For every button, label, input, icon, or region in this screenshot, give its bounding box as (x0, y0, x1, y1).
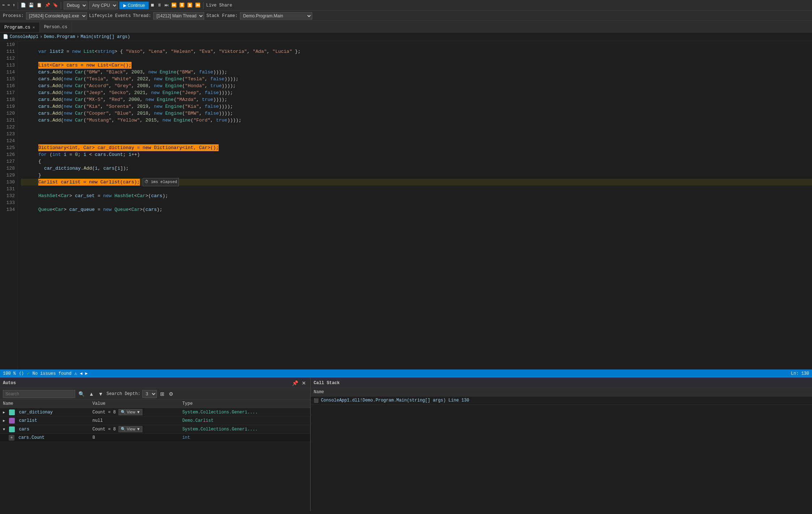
code-editor[interactable]: var list2 = new List<string> { "Vaso", "… (18, 41, 812, 369)
autos-panel: Autos 📌 ✕ 🔍 ▲ ▼ Search Depth: 3 ⊞ ⚙ Name (0, 378, 311, 511)
code-line-115: cars.Add(new Car("Tesla", "White", 2022,… (21, 76, 812, 82)
code-line-123 (21, 131, 812, 137)
toolbar-separator-1 (18, 2, 18, 9)
code-line-134: Queue<Car> car_queue = new Queue<Car>(ca… (21, 206, 812, 213)
insight-label: Live Share (206, 3, 232, 8)
autos-row-type: int (179, 434, 310, 442)
continue-button[interactable]: ▶ Continue (119, 1, 149, 9)
process-select[interactable]: [25824] ConsoleApp1.exe (26, 12, 87, 20)
autos-close-button[interactable]: ✕ (301, 380, 307, 386)
autos-table: Name Value Type ▶ car_dictionay (0, 400, 310, 511)
table-row: ◆ cars.Count 8 int (0, 434, 310, 442)
settings-icon[interactable]: ⚙ (168, 391, 175, 397)
autos-col-value: Value (90, 400, 180, 408)
code-line-112 (21, 55, 812, 62)
code-line-132: HashSet<Car> car_set = new HashSet<Car>(… (21, 192, 812, 199)
stack-entry-name: ConsoleApp1.dll!Demo.Program.Main(string… (321, 398, 469, 403)
tab-person-cs[interactable]: Person.cs (40, 22, 72, 32)
tab-program-cs-close[interactable]: ✕ (33, 25, 35, 30)
table-row: ▶ carlist null Demo.Carlist (0, 417, 310, 425)
process-bar: Process: [25824] ConsoleApp1.exe Lifecyc… (0, 11, 812, 21)
autos-pin-button[interactable]: 📌 (291, 380, 299, 386)
code-line-117: cars.Add(new Car("Jeep", "Gecko", 2021, … (21, 89, 812, 96)
var-value: Count = 8 (93, 427, 116, 432)
table-row: ⬛ ConsoleApp1.dll!Demo.Program.Main(stri… (311, 396, 812, 405)
expand-arrow[interactable]: ▶ (3, 411, 5, 415)
breadcrumb-app[interactable]: ConsoleApp1 (10, 34, 38, 39)
breadcrumb-sep-2: › (77, 34, 79, 39)
autos-row-value: Count = 8 🔍 View ▼ (90, 408, 180, 417)
table-row: ▼ cars Count = 8 🔍 View ▼ System.Collect… (0, 425, 310, 434)
expand-arrow[interactable]: ▼ (3, 428, 5, 432)
code-line-121: cars.Add(new Car("Mustang", "Yellow", 20… (21, 117, 812, 124)
search-depth-label: Search Depth: (107, 391, 141, 396)
code-line-133 (21, 199, 812, 206)
stack-frame-label: Stack Frame: (206, 13, 237, 18)
zoom-level: 100 % (3, 371, 16, 376)
nav-arrows[interactable]: ◀ ▶ (80, 371, 88, 376)
callstack-panel: Call Stack Name ⬛ ConsoleApp1.dll!Demo.P… (311, 378, 812, 511)
var-name: car_dictionay (19, 410, 53, 415)
search-depth-select[interactable]: 3 (142, 390, 157, 398)
bottom-panel: Autos 📌 ✕ 🔍 ▲ ▼ Search Depth: 3 ⊞ ⚙ Name (0, 377, 812, 511)
search-input[interactable] (3, 390, 75, 398)
status-left: 100 % ⟨⟩ ✔ No issues found ⚠ ◀ ▶ (3, 371, 88, 376)
tab-person-cs-label: Person.cs (44, 25, 68, 30)
var-value: Count = 8 (93, 410, 116, 415)
stack-active-icon: ⬛ (314, 398, 319, 403)
debug-config-select[interactable]: Debug (64, 1, 87, 9)
autos-row-name: ▼ cars (0, 425, 90, 434)
var-type: int (182, 435, 190, 440)
status-right: Ln: 130 (791, 371, 809, 376)
debug-icons: ⏹ ⏸ ⏭ ⏩ ⏬ ⏫ ⏪ (150, 3, 201, 8)
callstack-table: Name ⬛ ConsoleApp1.dll!Demo.Program.Main… (311, 388, 812, 511)
thread-select[interactable]: [14212] Main Thread (153, 12, 204, 20)
grid-icon[interactable]: ⊞ (159, 391, 166, 397)
var-name: cars.Count (18, 435, 44, 440)
var-type: System.Collections.Generi.... (182, 410, 258, 415)
autos-row-type: System.Collections.Generi.... (179, 408, 310, 417)
cpu-select[interactable]: Any CPU (89, 1, 118, 9)
line-numbers: 110 111 112 113 114 115 116 117 118 119 … (0, 41, 18, 369)
autos-row-name: ◆ cars.Count (0, 434, 90, 442)
tab-program-cs[interactable]: Program.cs ✕ (0, 22, 40, 32)
expand-arrow[interactable]: ▶ (3, 419, 5, 423)
autos-row-value: 8 (90, 434, 180, 442)
code-line-129: } (21, 172, 812, 179)
code-line-116: cars.Add(new Car("Accord", "Grey", 2008,… (21, 82, 812, 89)
toolbar-icons-left: ⬅ ➡ ⬆ (2, 3, 15, 8)
var-value: null (93, 418, 103, 423)
autos-row-value: Count = 8 🔍 View ▼ (90, 425, 180, 434)
thread-label: Thread: (133, 13, 151, 18)
expand-icon[interactable]: ⟨⟩ (19, 371, 24, 376)
search-up-button[interactable]: ▲ (88, 391, 95, 397)
process-label: Process: (3, 13, 24, 18)
stack-frame-select[interactable]: Demo.Program.Main (240, 12, 312, 20)
callstack-active-row: ⬛ ConsoleApp1.dll!Demo.Program.Main(stri… (314, 398, 809, 403)
autos-title: Autos (3, 381, 16, 386)
var-name: cars (19, 427, 29, 432)
breadcrumb-class[interactable]: Demo.Program (44, 34, 75, 39)
code-line-128: car_dictionay.Add(i, cars[i]); (21, 165, 812, 172)
var-type: System.Collections.Generi.... (182, 427, 258, 432)
autos-col-name: Name (0, 400, 90, 408)
autos-row-type: System.Collections.Generi.... (179, 425, 310, 434)
view-button[interactable]: 🔍 View ▼ (119, 426, 143, 432)
code-line-127: { (21, 158, 812, 165)
view-button[interactable]: 🔍 View ▼ (119, 409, 143, 415)
toolbar-separator-2 (61, 2, 61, 9)
editor-area: 110 111 112 113 114 115 116 117 118 119 … (0, 41, 812, 369)
search-icon[interactable]: 🔍 (77, 391, 86, 397)
code-line-126: for (int i = 0; i < cars.Count; i++) (21, 151, 812, 158)
code-line-118: cars.Add(new Car("MX-5", "Red", 2000, ne… (21, 96, 812, 103)
autos-row-name: ▶ carlist (0, 417, 90, 425)
no-issues-label: No issues found (33, 371, 72, 376)
code-line-114: cars.Add(new Car("BMW", "Black", 2003, n… (21, 69, 812, 76)
code-line-111: var list2 = new List<string> { "Vaso", "… (21, 48, 812, 55)
search-down-button[interactable]: ▼ (97, 391, 104, 397)
code-line-125: Dictionary<int, Car> car_dictionay = new… (21, 144, 812, 151)
breadcrumb-method[interactable]: Main(string[] args) (81, 34, 130, 39)
elapsed-tag: ⏱ 1ms elapsed (143, 178, 179, 186)
warning-icon: ⚠ (74, 371, 77, 376)
autos-col-type: Type (179, 400, 310, 408)
